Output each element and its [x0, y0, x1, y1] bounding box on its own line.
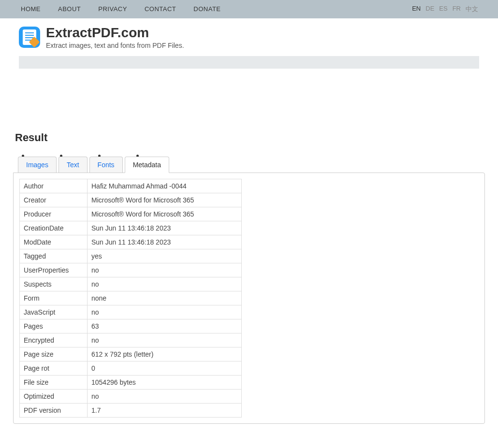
language-switcher: ENDEESFR中文	[412, 5, 485, 14]
metadata-key: ModDate	[20, 235, 88, 249]
lang-link-de[interactable]: DE	[425, 5, 434, 14]
metadata-value: Hafiz Muhammad Ahmad -0044	[88, 179, 242, 193]
metadata-value: none	[88, 291, 242, 305]
table-row: Suspectsno	[20, 277, 242, 291]
table-row: Optimizedno	[20, 390, 242, 404]
nav-link-about[interactable]: ABOUT	[49, 0, 89, 18]
metadata-key: File size	[20, 376, 88, 390]
tab-text[interactable]: Text	[59, 157, 88, 173]
metadata-key: CreationDate	[20, 221, 88, 235]
metadata-key: Form	[20, 291, 88, 305]
table-row: Formnone	[20, 291, 242, 305]
table-row: CreatorMicrosoft® Word for Microsoft 365	[20, 193, 242, 207]
metadata-value: 0	[88, 361, 242, 376]
table-row: PDF version1.7	[20, 404, 242, 418]
table-row: AuthorHafiz Muhammad Ahmad -0044	[20, 179, 242, 193]
metadata-value: no	[88, 277, 242, 291]
main-nav: HOMEABOUTPRIVACYCONTACTDONATE	[13, 0, 230, 18]
metadata-value: no	[88, 305, 242, 319]
metadata-value: no	[88, 263, 242, 277]
lang-link-en[interactable]: EN	[412, 5, 421, 14]
metadata-value: Microsoft® Word for Microsoft 365	[88, 207, 242, 221]
result-tabs: ImagesTextFontsMetadata	[13, 156, 485, 173]
site-header: ExtractPDF.com Extract images, text and …	[13, 18, 485, 53]
nav-link-home[interactable]: HOME	[13, 0, 49, 18]
table-row: CreationDateSun Jun 11 13:46:18 2023	[20, 221, 242, 235]
lang-link-es[interactable]: ES	[439, 5, 447, 14]
metadata-key: UserProperties	[20, 263, 88, 277]
grey-divider-bar	[19, 56, 479, 69]
table-row: ModDateSun Jun 11 13:46:18 2023	[20, 235, 242, 249]
table-row: JavaScriptno	[20, 305, 242, 319]
metadata-key: Producer	[20, 207, 88, 221]
metadata-value: yes	[88, 249, 242, 263]
table-row: ProducerMicrosoft® Word for Microsoft 36…	[20, 207, 242, 221]
nav-link-donate[interactable]: DONATE	[185, 0, 229, 18]
metadata-key: PDF version	[20, 404, 88, 418]
result-heading: Result	[13, 131, 485, 144]
table-row: Page rot0	[20, 361, 242, 376]
nav-link-privacy[interactable]: PRIVACY	[89, 0, 136, 18]
metadata-key: Tagged	[20, 249, 88, 263]
metadata-key: Pages	[20, 319, 88, 333]
tab-metadata[interactable]: Metadata	[125, 157, 169, 173]
metadata-value: Sun Jun 11 13:46:18 2023	[88, 235, 242, 249]
metadata-key: Encrypted	[20, 333, 88, 347]
metadata-key: Optimized	[20, 390, 88, 404]
metadata-key: JavaScript	[20, 305, 88, 319]
metadata-key: Page size	[20, 347, 88, 361]
metadata-value: no	[88, 333, 242, 347]
table-row: Encryptedno	[20, 333, 242, 347]
metadata-value: Sun Jun 11 13:46:18 2023	[88, 221, 242, 235]
metadata-value: 1054296 bytes	[88, 376, 242, 390]
table-row: Page size612 x 792 pts (letter)	[20, 347, 242, 361]
lang-link-fr[interactable]: FR	[453, 5, 461, 14]
site-subtitle: Extract images, text and fonts from PDF …	[46, 42, 184, 49]
metadata-value: Microsoft® Word for Microsoft 365	[88, 193, 242, 207]
metadata-key: Creator	[20, 193, 88, 207]
table-row: Taggedyes	[20, 249, 242, 263]
metadata-key: Page rot	[20, 361, 88, 376]
site-title: ExtractPDF.com	[46, 25, 184, 41]
metadata-value: 1.7	[88, 404, 242, 418]
lang-link-中文[interactable]: 中文	[466, 5, 478, 14]
table-row: Pages63	[20, 319, 242, 333]
metadata-panel: AuthorHafiz Muhammad Ahmad -0044CreatorM…	[13, 173, 485, 424]
nav-link-contact[interactable]: CONTACT	[136, 0, 185, 18]
site-logo-icon	[19, 27, 40, 48]
metadata-key: Author	[20, 179, 88, 193]
metadata-value: 612 x 792 pts (letter)	[88, 347, 242, 361]
metadata-value: no	[88, 390, 242, 404]
table-row: UserPropertiesno	[20, 263, 242, 277]
tab-images[interactable]: Images	[18, 157, 57, 173]
metadata-key: Suspects	[20, 277, 88, 291]
metadata-table: AuthorHafiz Muhammad Ahmad -0044CreatorM…	[19, 179, 242, 418]
tab-fonts[interactable]: Fonts	[89, 157, 123, 173]
metadata-value: 63	[88, 319, 242, 333]
top-navigation-bar: HOMEABOUTPRIVACYCONTACTDONATE ENDEESFR中文	[0, 0, 498, 18]
table-row: File size1054296 bytes	[20, 376, 242, 390]
